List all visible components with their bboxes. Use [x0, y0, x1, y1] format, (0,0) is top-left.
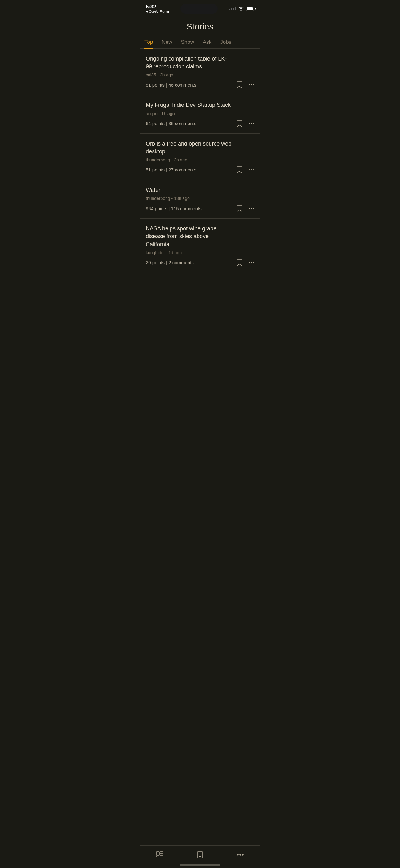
story-item[interactable]: Water thunderbong - 13h ago 964 points |… — [139, 180, 261, 219]
story-footer: 20 points | 2 comments — [146, 259, 254, 266]
story-item[interactable]: NASA helps spot wine grape disease from … — [139, 219, 261, 273]
tab-new[interactable]: New — [162, 39, 172, 49]
tab-jobs[interactable]: Jobs — [220, 39, 231, 49]
story-title: Water — [146, 186, 254, 194]
more-button[interactable] — [249, 169, 254, 170]
story-footer: 964 points | 115 comments — [146, 205, 254, 212]
status-time: 5:32 — [146, 4, 156, 10]
story-actions — [236, 81, 254, 89]
story-actions — [236, 205, 254, 212]
story-item[interactable]: Ongoing compilation table of LK-99 repro… — [139, 49, 261, 95]
dynamic-island — [180, 4, 218, 14]
page-title: Stories — [139, 16, 261, 39]
story-footer: 81 points | 46 comments — [146, 81, 254, 89]
story-meta: thunderbong - 13h ago — [146, 196, 254, 201]
story-item[interactable]: My Frugal Indie Dev Startup Stack acqbu … — [139, 95, 261, 133]
bookmark-button[interactable] — [236, 205, 242, 212]
story-stats: 20 points | 2 comments — [146, 260, 194, 265]
bookmark-button[interactable] — [236, 166, 242, 174]
more-button[interactable] — [249, 208, 254, 209]
story-title: Ongoing compilation table of LK-99 repro… — [146, 55, 254, 70]
story-title: Orb is a free and open source web deskto… — [146, 140, 254, 156]
more-button[interactable] — [249, 262, 254, 263]
story-list: Ongoing compilation table of LK-99 repro… — [139, 49, 261, 301]
bookmark-button[interactable] — [236, 259, 242, 266]
status-left: 5:32 CoreUIFlutter — [146, 4, 169, 14]
story-actions — [236, 259, 254, 266]
story-stats: 81 points | 46 comments — [146, 82, 196, 88]
signal-icon — [229, 7, 236, 10]
story-meta: acqbu - 1h ago — [146, 111, 254, 116]
story-stats: 964 points | 115 comments — [146, 206, 202, 211]
story-actions — [236, 166, 254, 174]
story-title: NASA helps spot wine grape disease from … — [146, 225, 254, 248]
status-bar: 5:32 CoreUIFlutter — [139, 0, 261, 16]
story-meta: thunderbong - 2h ago — [146, 157, 254, 162]
story-footer: 51 points | 27 comments — [146, 166, 254, 174]
more-button[interactable] — [249, 123, 254, 124]
more-button[interactable] — [249, 84, 254, 85]
tab-show[interactable]: Show — [181, 39, 194, 49]
story-meta: cal85 - 2h ago — [146, 72, 254, 77]
tab-ask[interactable]: Ask — [203, 39, 211, 49]
story-stats: 51 points | 27 comments — [146, 167, 196, 172]
story-meta: kungfudoi - 1d ago — [146, 250, 254, 255]
bookmark-button[interactable] — [236, 81, 242, 89]
status-app-name: CoreUIFlutter — [146, 10, 169, 13]
story-title: My Frugal Indie Dev Startup Stack — [146, 101, 254, 109]
story-item[interactable]: Orb is a free and open source web deskto… — [139, 134, 261, 180]
story-stats: 64 points | 36 comments — [146, 121, 196, 126]
wifi-icon — [238, 6, 244, 11]
battery-icon — [245, 6, 254, 11]
bookmark-button[interactable] — [236, 120, 242, 127]
story-actions — [236, 120, 254, 127]
tab-top[interactable]: Top — [144, 39, 153, 49]
status-right — [229, 6, 254, 11]
story-footer: 64 points | 36 comments — [146, 120, 254, 127]
tab-bar: Top New Show Ask Jobs — [139, 39, 261, 49]
